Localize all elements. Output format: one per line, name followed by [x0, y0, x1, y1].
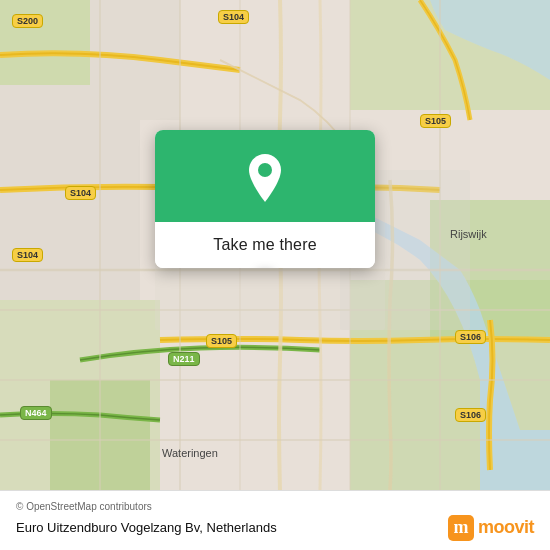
popup-top-area	[155, 130, 375, 222]
city-label-rijswijk: Rijswijk	[450, 228, 487, 240]
road-badge-s104-left: S104	[65, 186, 96, 200]
svg-rect-3	[0, 0, 90, 85]
city-label-wateringen: Wateringen	[162, 447, 218, 459]
location-name: Euro Uitzendburo Vogelzang Bv, Netherlan…	[16, 520, 277, 535]
road-badge-s105-right: S105	[420, 114, 451, 128]
moovit-logo: m moovit	[448, 515, 534, 541]
location-name-row: Euro Uitzendburo Vogelzang Bv, Netherlan…	[16, 515, 534, 541]
popup-card: Take me there	[155, 130, 375, 268]
road-badge-n464: N464	[20, 406, 52, 420]
svg-point-20	[258, 163, 272, 177]
road-badge-s104-top: S104	[218, 10, 249, 24]
attribution-text: © OpenStreetMap contributors	[16, 501, 534, 512]
location-pin-icon	[243, 152, 287, 204]
road-badge-s105-bottom: S105	[206, 334, 237, 348]
road-badge-s106-bottom: S106	[455, 408, 486, 422]
road-badge-n211: N211	[168, 352, 200, 366]
take-me-there-button[interactable]: Take me there	[155, 222, 375, 268]
moovit-text: moovit	[478, 517, 534, 538]
map-container: S200 S104 S105 S104 S104 S105 N211 S106 …	[0, 0, 550, 490]
road-badge-s106-top: S106	[455, 330, 486, 344]
moovit-m-icon: m	[448, 515, 474, 541]
bottom-bar: © OpenStreetMap contributors Euro Uitzen…	[0, 490, 550, 550]
road-badge-s104-bottom-left: S104	[12, 248, 43, 262]
svg-rect-2	[0, 120, 140, 300]
road-badge-s200: S200	[12, 14, 43, 28]
